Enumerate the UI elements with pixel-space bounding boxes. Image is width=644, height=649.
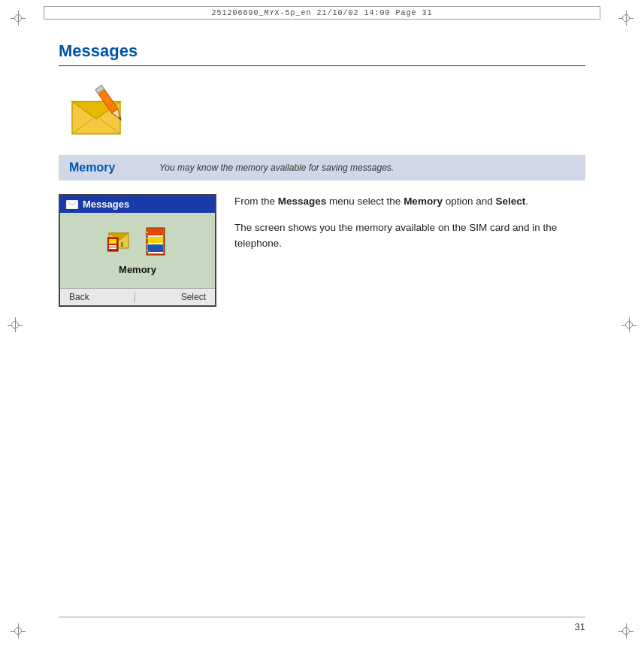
phone-screen-mockup: Messages ⇕ xyxy=(59,194,216,307)
bottom-rule xyxy=(59,617,585,617)
select-bold: Select xyxy=(495,196,525,207)
messages-icon-area xyxy=(66,83,585,141)
envelope-icon xyxy=(66,200,78,209)
body-paragraph-1: From the Messages menu select the Memory… xyxy=(234,194,585,210)
para1-end: option and Select. xyxy=(443,196,528,207)
phone-icons-row: ⇕ xyxy=(107,226,168,256)
svg-rect-19 xyxy=(148,237,163,243)
envelope-stack-icon: ⇕ xyxy=(107,227,132,256)
memory-info-bar: Memory You may know the memory available… xyxy=(59,155,585,180)
phone-screen-titlebar: Messages xyxy=(60,196,215,213)
phone-select-button[interactable]: Select xyxy=(181,292,206,302)
para1-messages-bold: Messages xyxy=(278,196,327,207)
page-title: Messages xyxy=(59,41,585,61)
two-column-layout: Messages ⇕ xyxy=(59,194,585,307)
registration-mark-top-right xyxy=(618,11,633,26)
file-info-text: 251206690_MYX-5p_en 21/10/02 14:00 Page … xyxy=(211,9,432,17)
header-bar: 251206690_MYX-5p_en 21/10/02 14:00 Page … xyxy=(44,6,600,20)
phone-screen-title-text: Messages xyxy=(83,199,129,210)
svg-text:⇕: ⇕ xyxy=(119,241,125,248)
messages-icon xyxy=(66,83,134,139)
svg-rect-20 xyxy=(148,244,163,252)
phone-screen-memory-label: Memory xyxy=(119,264,156,275)
para1-memory-bold: Memory xyxy=(404,196,443,207)
page-number: 31 xyxy=(575,621,585,632)
registration-mark-bottom-right xyxy=(618,623,633,638)
title-divider xyxy=(59,65,585,66)
phone-screen-body: ⇕ xyxy=(60,213,215,288)
registration-mark-bottom-left xyxy=(11,623,26,638)
memory-book-icon xyxy=(144,226,168,256)
footer-separator xyxy=(135,292,135,302)
para1-pre: From the xyxy=(234,196,278,207)
phone-back-button[interactable]: Back xyxy=(69,292,89,302)
svg-rect-12 xyxy=(109,239,116,244)
para1-mid: menu select the xyxy=(326,196,404,207)
svg-rect-13 xyxy=(109,245,116,247)
registration-mark-left-mid xyxy=(8,317,23,332)
main-content: Messages Memory You may know the memory … xyxy=(59,41,585,608)
svg-rect-14 xyxy=(109,247,116,249)
body-paragraph-2: The screen shows you the memory availabl… xyxy=(234,220,585,252)
registration-mark-right-mid xyxy=(621,317,636,332)
memory-bar-description: You may know the memory available for sa… xyxy=(159,162,394,173)
registration-mark-top-left xyxy=(11,11,26,26)
svg-rect-18 xyxy=(148,229,163,235)
right-column-text: From the Messages menu select the Memory… xyxy=(234,194,585,262)
phone-screen-footer: Back Select xyxy=(60,288,215,305)
memory-bar-label: Memory xyxy=(69,161,159,174)
